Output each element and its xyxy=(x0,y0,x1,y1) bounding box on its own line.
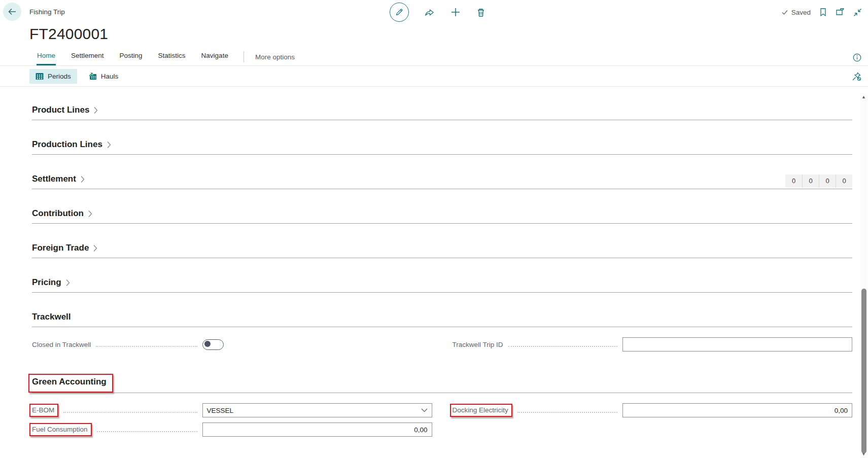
field-docking-electricity: Docking Electricity xyxy=(453,403,853,417)
back-button[interactable] xyxy=(3,3,21,21)
summary-tile[interactable]: 0 xyxy=(802,174,819,188)
section-title-contribution[interactable]: Contribution xyxy=(32,208,84,219)
collapse-window-icon xyxy=(853,8,862,17)
chevron-right-icon[interactable] xyxy=(107,141,111,149)
info-circle-icon xyxy=(853,53,861,62)
field-label: Fuel Consumption xyxy=(29,423,92,436)
settlement-summary-tiles: 0 0 0 0 xyxy=(785,174,852,188)
title-row: FT2400001 xyxy=(0,24,868,43)
tab-home[interactable]: Home xyxy=(37,52,56,65)
page-caption: Fishing Trip xyxy=(29,8,65,16)
bookmark-icon xyxy=(819,8,827,17)
summary-tile[interactable]: 0 xyxy=(819,174,836,188)
pencil-icon xyxy=(395,8,404,17)
dotted-leader xyxy=(517,412,617,413)
open-in-new-window-button[interactable] xyxy=(836,8,845,16)
section-product-lines: Product Lines xyxy=(32,105,852,120)
dotted-leader xyxy=(508,346,617,347)
field-label: E-BOM xyxy=(29,404,58,417)
plus-icon xyxy=(450,7,461,18)
summary-tile[interactable]: 0 xyxy=(836,174,852,188)
dotted-leader xyxy=(97,431,197,432)
top-bar: Fishing Trip xyxy=(0,0,868,24)
trash-icon xyxy=(476,8,485,17)
tab-posting[interactable]: Posting xyxy=(119,52,143,65)
field-label: Closed in Trackwell xyxy=(32,341,91,348)
scrollbar-track[interactable] xyxy=(860,101,867,450)
toolbar-actions xyxy=(390,0,485,24)
tab-settlement[interactable]: Settlement xyxy=(71,52,105,65)
share-icon xyxy=(424,7,435,18)
field-label: Docking Electricity xyxy=(450,404,512,417)
periods-button[interactable]: Periods xyxy=(29,69,77,84)
section-settlement: Settlement 0 0 0 0 xyxy=(32,174,852,189)
summary-tile[interactable]: 0 xyxy=(785,174,802,188)
window-controls: Saved xyxy=(781,0,862,24)
field-closed-in-trackwell: Closed in Trackwell xyxy=(32,337,432,351)
section-foreign-trade: Foreign Trade xyxy=(32,243,852,258)
section-title-product-lines[interactable]: Product Lines xyxy=(32,105,89,115)
hauls-table-icon xyxy=(88,72,97,80)
unpin-button[interactable] xyxy=(852,72,861,81)
chevron-right-icon[interactable] xyxy=(93,107,98,114)
vertical-scrollbar: ▲ ▼ xyxy=(860,93,867,458)
chevron-right-icon[interactable] xyxy=(88,210,92,218)
docking-electricity-input[interactable] xyxy=(622,403,852,417)
periods-grid-icon xyxy=(36,73,44,80)
menu-bar: Home Settlement Posting Statistics Navig… xyxy=(0,49,868,66)
section-contribution: Contribution xyxy=(32,208,852,224)
edit-button[interactable] xyxy=(390,3,409,22)
section-pricing: Pricing xyxy=(32,277,852,293)
section-green-accounting: Green Accounting E-BOM VESSEL xyxy=(32,376,852,437)
section-title-foreign-trade[interactable]: Foreign Trade xyxy=(32,243,89,253)
bookmark-button[interactable] xyxy=(819,8,827,17)
page-content: Product Lines Production Lines Settlemen… xyxy=(0,105,868,437)
info-button[interactable] xyxy=(853,53,861,62)
dotted-leader xyxy=(63,412,197,413)
new-button[interactable] xyxy=(450,7,461,18)
open-in-new-window-icon xyxy=(836,8,845,16)
share-button[interactable] xyxy=(424,7,435,18)
chevron-right-icon[interactable] xyxy=(80,175,85,183)
arrow-left-icon xyxy=(7,7,17,17)
section-title-green-accounting[interactable]: Green Accounting xyxy=(28,374,113,393)
more-options-button[interactable]: More options xyxy=(255,53,295,65)
delete-button[interactable] xyxy=(476,8,485,17)
section-title-trackwell[interactable]: Trackwell xyxy=(32,312,71,322)
chevron-down-icon xyxy=(421,408,428,412)
action-bar: Periods Hauls xyxy=(0,66,868,87)
chevron-right-icon[interactable] xyxy=(93,244,97,252)
check-icon xyxy=(781,9,788,16)
page-title: FT2400001 xyxy=(29,25,868,43)
section-production-lines: Production Lines xyxy=(32,139,852,155)
field-fuel-consumption: Fuel Consumption xyxy=(32,422,432,437)
scroll-up-arrow[interactable]: ▲ xyxy=(860,93,867,101)
section-trackwell: Trackwell Closed in Trackwell Trackwell … xyxy=(32,312,852,351)
scrollbar-thumb[interactable] xyxy=(861,289,866,453)
closed-in-trackwell-toggle[interactable] xyxy=(202,339,224,350)
field-label: Trackwell Trip ID xyxy=(453,341,503,348)
collapse-window-button[interactable] xyxy=(853,8,862,17)
unpin-icon xyxy=(852,72,861,81)
trackwell-trip-id-input[interactable] xyxy=(622,337,852,351)
section-title-production-lines[interactable]: Production Lines xyxy=(32,139,102,150)
tab-navigate[interactable]: Navigate xyxy=(201,52,229,65)
section-title-settlement[interactable]: Settlement xyxy=(32,174,76,184)
field-e-bom: E-BOM VESSEL xyxy=(32,403,432,417)
dotted-leader xyxy=(96,346,197,347)
menu-divider xyxy=(244,51,244,62)
fuel-consumption-input[interactable] xyxy=(202,422,432,437)
save-status: Saved xyxy=(781,9,811,16)
section-title-pricing[interactable]: Pricing xyxy=(32,277,61,288)
e-bom-dropdown[interactable]: VESSEL xyxy=(202,403,432,417)
tab-statistics[interactable]: Statistics xyxy=(158,52,186,65)
chevron-right-icon[interactable] xyxy=(65,279,70,287)
hauls-button[interactable]: Hauls xyxy=(82,68,125,84)
field-trackwell-trip-id: Trackwell Trip ID xyxy=(453,337,853,351)
